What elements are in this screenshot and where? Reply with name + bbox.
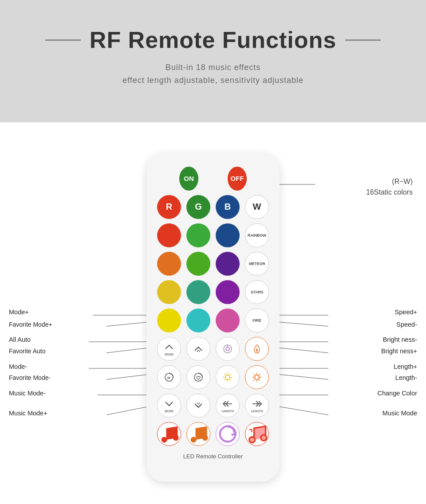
meteor-button[interactable]: METEOR: [245, 252, 269, 276]
led-label: LED Remote Controller: [155, 453, 271, 460]
rainbow-button[interactable]: RAINBOW: [245, 223, 269, 247]
color-yellow-button[interactable]: [157, 280, 181, 304]
svg-line-16: [276, 406, 328, 415]
color-red-button[interactable]: [157, 223, 181, 247]
speed-dial-button[interactable]: [216, 337, 240, 361]
label-brightness-minus: Bright ness-: [383, 336, 417, 343]
svg-line-14: [276, 374, 328, 379]
on-button[interactable]: ON: [179, 167, 198, 191]
color-violet-button[interactable]: [216, 280, 240, 304]
brightness-plus-button[interactable]: [245, 365, 269, 389]
color-row-2: METEOR: [155, 252, 271, 276]
color-brightyellow-button[interactable]: [157, 309, 181, 332]
brightness-sun-button[interactable]: [216, 365, 240, 389]
b-button[interactable]: B: [216, 195, 240, 219]
svg-point-48: [249, 437, 255, 442]
label-speed-plus: Speed+: [395, 309, 417, 316]
w-button[interactable]: W: [245, 195, 269, 219]
color-orange-button[interactable]: [157, 252, 181, 276]
label-brightness-plus: Bright ness+: [381, 348, 417, 355]
label-favorite-auto: Favorite Auto: [9, 348, 46, 355]
color-cyan-button[interactable]: [186, 309, 210, 332]
length-plus-button[interactable]: LENGTH: [245, 394, 269, 418]
main-section: Mode+ Favorite Mode+ All Auto Favorite A…: [0, 122, 426, 504]
label-rw: (R~W) (R~W) 16Static colors 16Static col…: [366, 176, 413, 198]
r-button[interactable]: R: [157, 195, 181, 219]
svg-line-38: [259, 379, 260, 380]
svg-line-28: [225, 374, 225, 375]
g-button[interactable]: G: [186, 195, 210, 219]
svg-line-37: [254, 374, 255, 375]
svg-line-31: [225, 379, 225, 380]
color-teal-button[interactable]: [186, 280, 210, 304]
music-row: [155, 422, 271, 446]
svg-point-43: [162, 437, 167, 442]
remote-control: ON OFF R G B W RAINBOW: [146, 153, 280, 482]
svg-point-46: [202, 435, 208, 441]
all-auto-button[interactable]: M: [157, 365, 181, 389]
label-favorite-mode-plus: Favorite Mode+: [9, 321, 52, 328]
rw-text: (R~W): [392, 178, 413, 185]
mode-up-button[interactable]: MODE: [157, 337, 181, 361]
function-row-2: M: [155, 365, 271, 389]
label-mode-plus: Mode+: [9, 309, 29, 316]
svg-point-32: [255, 375, 259, 379]
svg-line-39: [259, 374, 260, 375]
color-pink-button[interactable]: [216, 309, 240, 332]
label-favorite-mode-minus: Favorite Mode-: [9, 374, 51, 381]
subtitle-line2: effect length adjustable, sensitivity ad…: [18, 74, 408, 87]
music-mode-button[interactable]: [245, 422, 269, 446]
svg-line-10: [276, 322, 328, 326]
color-darkblue-button[interactable]: [216, 223, 240, 247]
title-row: RF Remote Functions: [18, 27, 408, 53]
subtitle-line1: Built-in 18 music effects: [18, 61, 408, 74]
svg-line-4: [106, 348, 151, 353]
fav-mode-up-button[interactable]: [186, 337, 210, 361]
function-row-1: MODE: [155, 337, 271, 361]
color-row-1: RAINBOW: [155, 223, 271, 247]
header-section: RF Remote Functions Built-in 18 music ef…: [0, 0, 426, 122]
svg-point-18: [226, 347, 229, 351]
fire-button[interactable]: FIRE: [245, 309, 269, 332]
function-row-3: MODE LENGTH LENGTH: [155, 394, 271, 418]
label-length-plus: Length+: [394, 363, 417, 370]
static-colors-label: 16Static colors: [366, 188, 413, 196]
title-line-right: [345, 39, 381, 41]
change-color-button[interactable]: [216, 422, 240, 446]
label-all-auto: All Auto: [9, 336, 31, 343]
svg-line-8: [106, 406, 151, 415]
length-minus-button[interactable]: LENGTH: [216, 394, 240, 418]
svg-line-6: [106, 374, 151, 379]
speed-fire-button[interactable]: [245, 337, 269, 361]
svg-point-49: [261, 435, 267, 441]
off-button[interactable]: OFF: [228, 167, 246, 191]
fav-mode-down-button[interactable]: [186, 394, 210, 418]
remote-section: Mode+ Favorite Mode+ All Auto Favorite A…: [0, 140, 426, 491]
svg-line-29: [230, 379, 231, 380]
svg-line-2: [106, 322, 151, 326]
color-green-button[interactable]: [186, 223, 210, 247]
color-row-4: FIRE: [155, 309, 271, 332]
svg-point-23: [225, 375, 230, 379]
svg-text:M: M: [167, 376, 170, 380]
label-music-mode-minus: Music Mode-: [9, 390, 46, 397]
color-purple-button[interactable]: [216, 252, 240, 276]
svg-line-12: [276, 348, 328, 353]
on-off-row: ON OFF: [155, 167, 271, 191]
svg-point-45: [191, 437, 197, 442]
fav-auto-button[interactable]: [186, 365, 210, 389]
svg-line-40: [254, 379, 255, 380]
label-length-minus: Length-: [395, 374, 417, 381]
stars-button[interactable]: STARS: [245, 280, 269, 304]
label-speed-minus: Speed-: [396, 321, 417, 328]
label-change-color: Change Color: [378, 390, 417, 397]
label-mode-minus: Mode-: [9, 363, 27, 370]
svg-line-30: [230, 374, 231, 375]
label-music-mode: Music Mode: [383, 410, 417, 417]
title-line-left: [45, 39, 81, 41]
music-plus-button[interactable]: [186, 422, 210, 446]
music-minus-button[interactable]: [157, 422, 181, 446]
rgbw-row: R G B W: [155, 195, 271, 219]
mode-down-button[interactable]: MODE: [157, 394, 181, 418]
color-lime-button[interactable]: [186, 252, 210, 276]
